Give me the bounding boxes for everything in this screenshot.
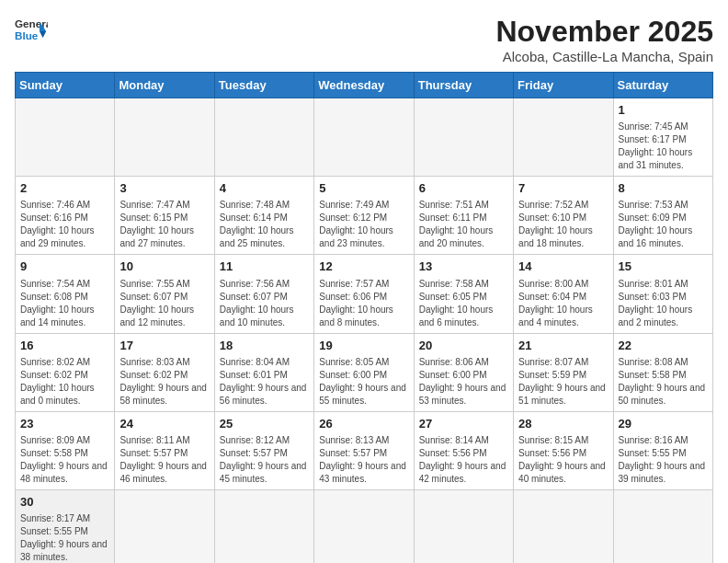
weekday-header-saturday: Saturday: [613, 73, 712, 98]
calendar-cell: 17Sunrise: 8:03 AM Sunset: 6:02 PM Dayli…: [115, 333, 214, 411]
day-number: 11: [220, 259, 309, 275]
day-info: Sunrise: 7:49 AM Sunset: 6:12 PM Dayligh…: [319, 199, 408, 250]
day-number: 30: [20, 494, 109, 511]
calendar-cell: 24Sunrise: 8:11 AM Sunset: 5:57 PM Dayli…: [115, 411, 214, 489]
day-info: Sunrise: 7:51 AM Sunset: 6:11 PM Dayligh…: [419, 199, 508, 250]
calendar-cell: 1Sunrise: 7:45 AM Sunset: 6:17 PM Daylig…: [613, 98, 712, 177]
day-number: 12: [319, 259, 408, 275]
day-number: 15: [619, 259, 708, 275]
day-info: Sunrise: 8:09 AM Sunset: 5:58 PM Dayligh…: [20, 434, 109, 486]
day-number: 9: [20, 259, 109, 275]
calendar-cell: [414, 489, 513, 563]
weekday-header-wednesday: Wednesday: [314, 73, 414, 98]
day-info: Sunrise: 8:05 AM Sunset: 6:00 PM Dayligh…: [319, 356, 408, 408]
day-info: Sunrise: 7:48 AM Sunset: 6:14 PM Dayligh…: [220, 199, 309, 250]
calendar-week-2: 2Sunrise: 7:46 AM Sunset: 6:16 PM Daylig…: [16, 177, 713, 255]
calendar-cell: 8Sunrise: 7:53 AM Sunset: 6:09 PM Daylig…: [613, 177, 712, 255]
calendar-cell: [314, 98, 414, 177]
day-number: 17: [119, 338, 209, 354]
calendar-cell: 5Sunrise: 7:49 AM Sunset: 6:12 PM Daylig…: [314, 177, 414, 255]
day-number: 5: [319, 180, 408, 197]
day-info: Sunrise: 8:07 AM Sunset: 5:59 PM Dayligh…: [518, 356, 608, 408]
calendar-cell: 3Sunrise: 7:47 AM Sunset: 6:15 PM Daylig…: [115, 177, 214, 255]
logo-icon: General Blue: [15, 15, 48, 48]
day-info: Sunrise: 8:01 AM Sunset: 6:03 PM Dayligh…: [619, 278, 708, 329]
day-info: Sunrise: 7:45 AM Sunset: 6:17 PM Dayligh…: [619, 121, 708, 172]
day-number: 13: [419, 259, 508, 275]
calendar-week-1: 1Sunrise: 7:45 AM Sunset: 6:17 PM Daylig…: [16, 98, 713, 177]
calendar-cell: 4Sunrise: 7:48 AM Sunset: 6:14 PM Daylig…: [214, 177, 313, 255]
day-info: Sunrise: 7:53 AM Sunset: 6:09 PM Dayligh…: [619, 199, 708, 250]
calendar-cell: 16Sunrise: 8:02 AM Sunset: 6:02 PM Dayli…: [16, 333, 115, 411]
day-number: 28: [518, 416, 608, 432]
calendar-cell: 14Sunrise: 8:00 AM Sunset: 6:04 PM Dayli…: [514, 255, 613, 333]
svg-marker-3: [40, 31, 46, 38]
calendar-cell: 2Sunrise: 7:46 AM Sunset: 6:16 PM Daylig…: [16, 177, 115, 255]
calendar-cell: 11Sunrise: 7:56 AM Sunset: 6:07 PM Dayli…: [214, 255, 313, 333]
calendar-cell: 12Sunrise: 7:57 AM Sunset: 6:06 PM Dayli…: [314, 255, 414, 333]
weekday-header-tuesday: Tuesday: [214, 73, 313, 98]
day-info: Sunrise: 7:46 AM Sunset: 6:16 PM Dayligh…: [20, 199, 109, 250]
weekday-header-row: SundayMondayTuesdayWednesdayThursdayFrid…: [16, 73, 713, 98]
month-title: November 2025: [495, 15, 713, 49]
day-number: 21: [518, 338, 608, 354]
calendar-cell: 29Sunrise: 8:16 AM Sunset: 5:55 PM Dayli…: [613, 411, 712, 489]
day-info: Sunrise: 8:06 AM Sunset: 6:00 PM Dayligh…: [419, 356, 508, 408]
calendar-cell: [514, 489, 613, 563]
day-info: Sunrise: 8:16 AM Sunset: 5:55 PM Dayligh…: [619, 434, 708, 486]
day-number: 14: [518, 259, 608, 275]
calendar-week-5: 23Sunrise: 8:09 AM Sunset: 5:58 PM Dayli…: [16, 411, 713, 489]
weekday-header-monday: Monday: [115, 73, 214, 98]
calendar-week-3: 9Sunrise: 7:54 AM Sunset: 6:08 PM Daylig…: [16, 255, 713, 333]
calendar-cell: 18Sunrise: 8:04 AM Sunset: 6:01 PM Dayli…: [214, 333, 313, 411]
calendar-cell: 23Sunrise: 8:09 AM Sunset: 5:58 PM Dayli…: [16, 411, 115, 489]
calendar-cell: [115, 489, 214, 563]
day-info: Sunrise: 8:02 AM Sunset: 6:02 PM Dayligh…: [20, 356, 109, 408]
day-number: 24: [119, 416, 209, 432]
day-number: 16: [20, 338, 109, 354]
calendar-cell: 26Sunrise: 8:13 AM Sunset: 5:57 PM Dayli…: [314, 411, 414, 489]
day-number: 2: [20, 180, 109, 197]
svg-text:Blue: Blue: [15, 29, 39, 41]
calendar-cell: [16, 98, 115, 177]
day-number: 27: [419, 416, 508, 432]
page-header: General Blue November 2025 Alcoba, Casti…: [15, 15, 713, 64]
calendar-cell: 7Sunrise: 7:52 AM Sunset: 6:10 PM Daylig…: [514, 177, 613, 255]
calendar-cell: 27Sunrise: 8:14 AM Sunset: 5:56 PM Dayli…: [414, 411, 513, 489]
calendar-cell: [115, 98, 214, 177]
day-info: Sunrise: 7:47 AM Sunset: 6:15 PM Dayligh…: [119, 199, 209, 250]
day-number: 1: [619, 102, 708, 119]
day-info: Sunrise: 7:55 AM Sunset: 6:07 PM Dayligh…: [119, 278, 209, 329]
calendar-week-4: 16Sunrise: 8:02 AM Sunset: 6:02 PM Dayli…: [16, 333, 713, 411]
day-info: Sunrise: 8:04 AM Sunset: 6:01 PM Dayligh…: [220, 356, 309, 408]
day-number: 19: [319, 338, 408, 354]
calendar-cell: [314, 489, 414, 563]
weekday-header-thursday: Thursday: [414, 73, 513, 98]
calendar-cell: 30Sunrise: 8:17 AM Sunset: 5:55 PM Dayli…: [16, 489, 115, 563]
day-number: 4: [220, 180, 309, 197]
calendar-cell: 10Sunrise: 7:55 AM Sunset: 6:07 PM Dayli…: [115, 255, 214, 333]
day-number: 3: [119, 180, 209, 197]
location-title: Alcoba, Castille-La Mancha, Spain: [495, 49, 713, 64]
day-number: 8: [619, 180, 708, 197]
day-info: Sunrise: 8:00 AM Sunset: 6:04 PM Dayligh…: [518, 278, 608, 329]
day-number: 25: [220, 416, 309, 432]
day-info: Sunrise: 8:08 AM Sunset: 5:58 PM Dayligh…: [619, 356, 708, 408]
day-info: Sunrise: 7:57 AM Sunset: 6:06 PM Dayligh…: [319, 278, 408, 329]
day-number: 6: [419, 180, 508, 197]
day-info: Sunrise: 8:15 AM Sunset: 5:56 PM Dayligh…: [518, 434, 608, 486]
calendar-cell: 22Sunrise: 8:08 AM Sunset: 5:58 PM Dayli…: [613, 333, 712, 411]
day-number: 23: [20, 416, 109, 432]
calendar-cell: 19Sunrise: 8:05 AM Sunset: 6:00 PM Dayli…: [314, 333, 414, 411]
calendar-cell: 25Sunrise: 8:12 AM Sunset: 5:57 PM Dayli…: [214, 411, 313, 489]
day-info: Sunrise: 8:11 AM Sunset: 5:57 PM Dayligh…: [119, 434, 209, 486]
calendar-cell: 15Sunrise: 8:01 AM Sunset: 6:03 PM Dayli…: [613, 255, 712, 333]
day-number: 10: [119, 259, 209, 275]
weekday-header-sunday: Sunday: [16, 73, 115, 98]
day-info: Sunrise: 7:54 AM Sunset: 6:08 PM Dayligh…: [20, 278, 109, 329]
day-number: 20: [419, 338, 508, 354]
calendar-cell: [414, 98, 513, 177]
calendar-cell: 9Sunrise: 7:54 AM Sunset: 6:08 PM Daylig…: [16, 255, 115, 333]
weekday-header-friday: Friday: [514, 73, 613, 98]
day-info: Sunrise: 7:52 AM Sunset: 6:10 PM Dayligh…: [518, 199, 608, 250]
